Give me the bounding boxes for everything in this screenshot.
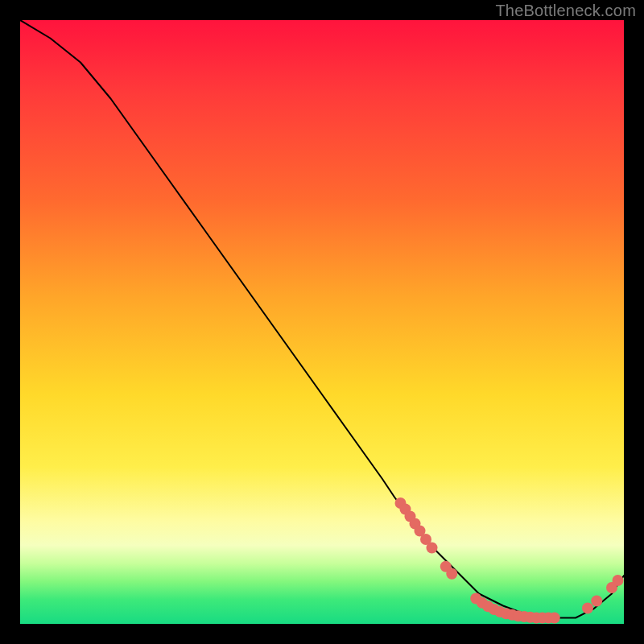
chart-stage: TheBottleneck.com — [0, 0, 644, 644]
data-marker — [549, 613, 560, 624]
data-marker — [591, 596, 602, 607]
data-marker — [613, 575, 624, 586]
plot-area — [20, 20, 624, 624]
watermark-text: TheBottleneck.com — [495, 2, 636, 20]
chart-overlay-svg — [20, 20, 624, 624]
data-markers-group — [395, 497, 624, 624]
data-marker — [427, 543, 438, 554]
data-marker — [582, 603, 593, 614]
data-marker — [446, 568, 457, 580]
bottleneck-curve — [20, 20, 624, 618]
